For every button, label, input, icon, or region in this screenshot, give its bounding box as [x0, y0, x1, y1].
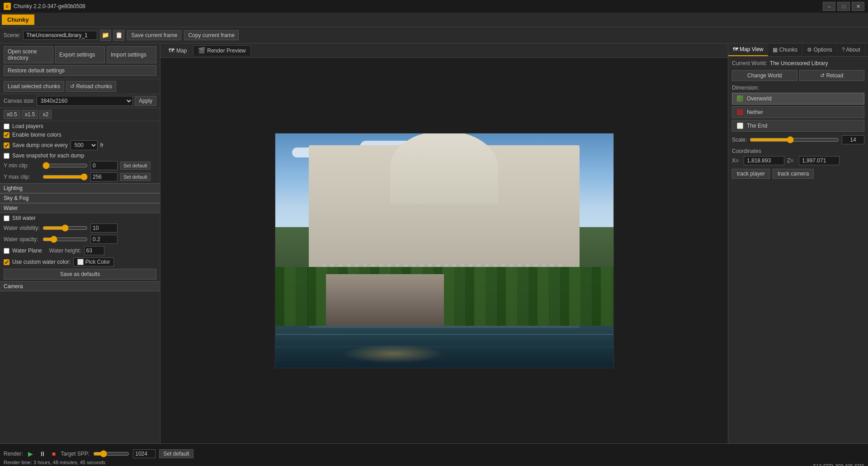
z-coord-input[interactable] — [799, 156, 840, 165]
restore-defaults-button[interactable]: Restore default settings — [4, 65, 156, 76]
apply-button[interactable]: Apply — [135, 96, 156, 106]
spp-set-default-button[interactable]: Set default — [159, 449, 193, 458]
right-tab-map-view[interactable]: 🗺 Map View — [728, 43, 768, 56]
chunky-menu-button[interactable]: Chunky — [2, 14, 34, 25]
render-pause-button[interactable]: ⏸ — [38, 450, 47, 457]
water-visibility-slider[interactable] — [42, 224, 88, 232]
save-frame-button[interactable]: Save current frame — [127, 30, 181, 40]
biome-colors-checkbox[interactable] — [4, 132, 9, 138]
chunk-buttons-row: Load selected chunks ↺ Reload chunks — [0, 79, 160, 94]
water-opacity-slider[interactable] — [42, 236, 88, 243]
right-tab-map-view-label: Map View — [740, 46, 763, 52]
camera-section-header[interactable]: Camera — [0, 281, 160, 291]
load-players-row: Load players — [4, 123, 156, 129]
render-stop-button[interactable]: ■ — [51, 450, 57, 457]
water-plane-row: Water Plane Water height: — [4, 246, 156, 255]
scale-1-button[interactable]: x1.5 — [22, 110, 38, 119]
dimension-section: Dimension: Overworld Nether The End — [732, 85, 864, 132]
y-min-slider[interactable] — [42, 162, 88, 169]
reload-chunks-button[interactable]: ↺ Reload chunks — [66, 81, 116, 92]
color-swatch — [77, 259, 84, 265]
copy-frame-button[interactable]: Copy current frame — [184, 30, 239, 40]
y-max-slider[interactable] — [42, 173, 88, 181]
water-height-input[interactable] — [84, 246, 104, 255]
app-icon: C — [4, 3, 11, 10]
right-tab-bar: 🗺 Map View ▦ Chunks ⚙ Options ? About — [728, 43, 868, 57]
render-area — [160, 58, 728, 443]
water-layer — [275, 326, 613, 368]
still-water-row: Still water — [4, 215, 156, 221]
end-icon — [737, 123, 743, 129]
status-right: 512 SPP, 309,405 SPS ETA: 3:48:45 — [813, 463, 864, 466]
target-spp-slider[interactable] — [93, 450, 129, 457]
scene-folder-button[interactable]: 📁 — [100, 30, 111, 41]
x-coord-input[interactable] — [744, 156, 784, 165]
y-max-row: Y max clip: Set default — [4, 172, 156, 181]
right-tab-options[interactable]: ⚙ Options — [802, 43, 837, 56]
export-settings-button[interactable]: Export settings — [55, 46, 105, 63]
left-panel: Open scene directory Export settings Imp… — [0, 43, 160, 443]
still-water-checkbox[interactable] — [4, 215, 9, 221]
scale-2-button[interactable]: x2 — [39, 110, 52, 119]
menubar: Chunky — [0, 13, 868, 27]
status-left: Render time: 3 hours, 48 minutes, 45 sec… — [4, 460, 105, 466]
load-chunks-button[interactable]: Load selected chunks — [4, 81, 64, 92]
right-tab-about[interactable]: ? About — [837, 43, 865, 56]
render-label: Render: — [4, 451, 23, 457]
right-tab-options-label: ⚙ Options — [807, 47, 832, 53]
target-spp-input[interactable] — [133, 449, 156, 458]
sky-fog-section-header[interactable]: Sky & Fog — [0, 193, 160, 203]
settings-buttons-row: Open scene directory Export settings Imp… — [4, 46, 156, 63]
water-plane-checkbox[interactable] — [4, 248, 9, 254]
scale-value-input[interactable] — [842, 135, 864, 144]
scale-slider[interactable] — [750, 136, 839, 143]
save-defaults-button[interactable]: Save as defaults — [4, 269, 156, 280]
custom-water-checkbox[interactable] — [4, 259, 9, 265]
water-opacity-label: Water opacity: — [4, 236, 40, 243]
water-section-header[interactable]: Water — [0, 203, 160, 213]
track-player-button[interactable]: track player — [732, 169, 770, 179]
render-play-button[interactable]: ▶ — [27, 450, 34, 457]
reload-world-button[interactable]: ↺ Reload — [799, 70, 865, 81]
y-max-default-button[interactable]: Set default — [120, 173, 151, 181]
open-scene-dir-button[interactable]: Open scene directory — [4, 46, 53, 63]
tab-map[interactable]: 🗺 Map — [164, 46, 191, 55]
track-camera-button[interactable]: track camera — [773, 169, 814, 179]
y-min-input[interactable] — [90, 161, 118, 170]
water-visibility-input[interactable] — [90, 223, 118, 233]
y-max-label: Y max clip: — [4, 174, 40, 180]
water-opacity-input[interactable] — [90, 235, 118, 244]
dimension-buttons: Overworld Nether The End — [732, 93, 864, 132]
dim-end-button[interactable]: The End — [732, 120, 864, 132]
water-settings: Still water Water visibility: Water opac… — [0, 213, 160, 281]
pick-color-button[interactable]: Pick Color — [73, 257, 114, 266]
statusbar: Render: ▶ ⏸ ■ Target SPP: Set default Re… — [0, 443, 868, 466]
right-tab-chunks[interactable]: ▦ Chunks — [768, 43, 802, 56]
minimize-button[interactable]: – — [823, 2, 835, 11]
maximize-button[interactable]: □ — [837, 2, 850, 11]
titlebar-controls: – □ ✕ — [823, 2, 864, 11]
tab-render-preview[interactable]: 🎬 Render Preview — [193, 45, 250, 56]
close-button[interactable]: ✕ — [852, 2, 864, 11]
lighting-section-header[interactable]: Lighting — [0, 183, 160, 193]
save-snapshot-checkbox[interactable] — [4, 153, 9, 159]
water-visibility-label: Water visibility: — [4, 225, 40, 231]
y-max-input[interactable] — [90, 172, 118, 181]
save-dump-label: Save dump once every — [12, 142, 68, 148]
settings-area: Load players Enable biome colors Save du… — [0, 121, 160, 183]
track-buttons-row: track player track camera — [732, 169, 864, 179]
current-world-label: Current World: — [732, 60, 767, 67]
load-players-checkbox[interactable] — [4, 124, 9, 129]
change-world-button[interactable]: Change World — [732, 70, 797, 81]
y-min-default-button[interactable]: Set default — [120, 162, 151, 170]
canvas-size-select[interactable]: 3840x2160 — [37, 96, 133, 106]
scene-copy-button[interactable]: 📋 — [113, 30, 124, 41]
render-time-text: Render time: 3 hours, 48 minutes, 45 sec… — [4, 460, 105, 465]
scene-name-input[interactable] — [23, 31, 97, 40]
save-dump-select[interactable]: 500 — [71, 140, 98, 150]
import-settings-button[interactable]: Import settings — [107, 46, 156, 63]
save-dump-checkbox[interactable] — [4, 143, 9, 148]
dim-nether-button[interactable]: Nether — [732, 106, 864, 118]
dim-overworld-button[interactable]: Overworld — [732, 93, 864, 105]
scale-05-button[interactable]: x0.5 — [4, 110, 20, 119]
